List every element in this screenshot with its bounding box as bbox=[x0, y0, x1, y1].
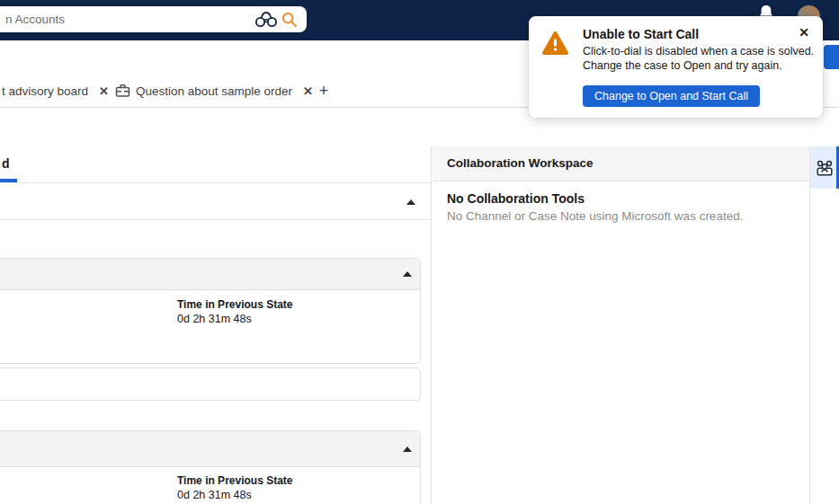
search-input[interactable] bbox=[5, 6, 176, 32]
tab-label: t advisory board bbox=[2, 84, 88, 98]
warning-icon bbox=[541, 31, 569, 59]
add-tab-button[interactable]: + bbox=[315, 75, 333, 107]
field-time-in-previous-state: Time in Previous State 0d 2h 31m 48s bbox=[177, 298, 293, 327]
case-briefcase-icon bbox=[115, 84, 130, 98]
panel-title: Collaboration Workspace bbox=[447, 156, 594, 170]
change-to-open-and-start-call-button[interactable]: Change to Open and Start Call bbox=[583, 85, 760, 107]
toast-title: Unable to Start Call bbox=[583, 27, 699, 41]
field-value: 0d 2h 31m 48s bbox=[177, 489, 293, 503]
empty-state-message: No Channel or Case Note using Microsoft … bbox=[447, 209, 743, 223]
collaboration-workspace-header: Collaboration Workspace bbox=[433, 146, 809, 181]
collapse-caret-icon[interactable] bbox=[406, 199, 415, 205]
active-tab-indicator bbox=[0, 179, 17, 182]
tab-close-icon[interactable]: ✕ bbox=[303, 84, 313, 98]
toast-message: Click-to-dial is disabled when a case is… bbox=[583, 44, 815, 73]
detail-active-tab[interactable]: d bbox=[2, 156, 10, 171]
detail-section-header bbox=[0, 183, 432, 220]
workspace-tab-advisory-board[interactable]: t advisory board ✕ bbox=[2, 75, 109, 107]
detail-card-empty bbox=[0, 367, 421, 401]
tab-label: Question about sample order bbox=[136, 84, 292, 98]
field-value: 0d 2h 31m 48s bbox=[177, 313, 293, 327]
field-label: Time in Previous State bbox=[177, 298, 293, 312]
case-detail-panel: d Time in Previous State 0d 2h 31m 48s T… bbox=[0, 146, 432, 504]
global-search-box[interactable] bbox=[0, 6, 307, 32]
detail-tab-strip: d bbox=[0, 146, 432, 183]
field-label: Time in Previous State bbox=[177, 474, 293, 488]
detail-card: Time in Previous State 0d 2h 31m 48s bbox=[0, 258, 421, 364]
collapse-caret-icon[interactable] bbox=[403, 447, 412, 452]
field-time-in-previous-state: Time in Previous State 0d 2h 31m 48s bbox=[177, 474, 293, 503]
right-utility-rail bbox=[809, 146, 839, 504]
tab-close-icon[interactable]: ✕ bbox=[99, 84, 109, 98]
binoculars-icon[interactable] bbox=[254, 12, 278, 28]
search-icon[interactable] bbox=[281, 12, 298, 28]
collapse-caret-icon[interactable] bbox=[403, 271, 412, 277]
collaboration-people-icon bbox=[814, 157, 835, 182]
record-action-button-fragment[interactable] bbox=[824, 45, 839, 69]
collaboration-workspace-panel: Collaboration Workspace No Collaboration… bbox=[433, 146, 809, 504]
detail-card-header[interactable] bbox=[0, 431, 420, 467]
app-screen: t advisory board ✕ Question about sample… bbox=[0, 0, 839, 504]
unable-to-start-call-toast: Unable to Start Call Click-to-dial is di… bbox=[529, 16, 823, 118]
detail-card-header[interactable] bbox=[0, 259, 420, 290]
workspace-tab-question-sample-order[interactable]: Question about sample order ✕ bbox=[115, 75, 313, 107]
close-icon[interactable]: ✕ bbox=[799, 26, 809, 39]
detail-card: Time in Previous State 0d 2h 31m 48s bbox=[0, 430, 421, 504]
empty-state-title: No Collaboration Tools bbox=[447, 191, 585, 206]
rail-item-collaboration[interactable] bbox=[810, 146, 839, 189]
